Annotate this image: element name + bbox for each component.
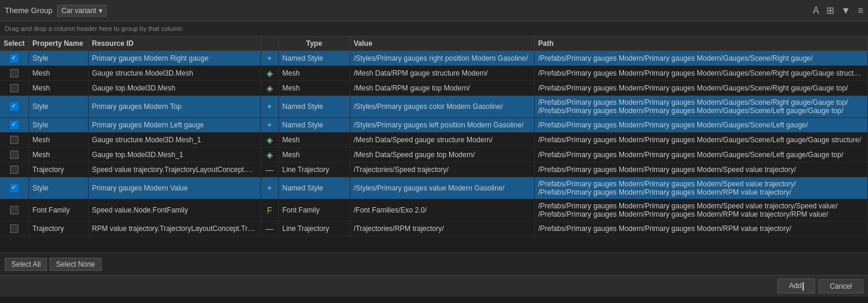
row-checkbox[interactable] — [0, 66, 29, 81]
style-icon: ✦ — [266, 183, 273, 193]
table-row[interactable]: Style Primary gauges Modern Top ✦ Named … — [0, 96, 868, 118]
path-cell: /Prefabs/Primary gauges Modern/Primary g… — [534, 221, 868, 236]
row-checkbox[interactable] — [0, 148, 29, 163]
table-row[interactable]: Style Primary gauges Modern Right gauge … — [0, 51, 868, 66]
col-header-path: Path — [534, 36, 868, 51]
select-all-button[interactable]: Select All — [5, 258, 47, 271]
checkbox-0[interactable] — [10, 54, 18, 63]
type-icon-cell: ✦ — [261, 177, 278, 199]
filter-icon[interactable]: ▼ — [841, 5, 851, 16]
checkbox-5[interactable] — [10, 136, 18, 144]
prop-name-cell: Font Family — [29, 199, 88, 221]
cancel-button[interactable]: Cancel — [819, 279, 863, 293]
resource-id-cell: RPM value trajectory.TrajectoryLayoutCon… — [88, 221, 261, 236]
col-header-typeicon — [261, 36, 278, 51]
path-cell: /Prefabs/Primary gauges Modern/Primary g… — [534, 133, 868, 148]
mesh-icon: ◈ — [267, 135, 273, 145]
row-checkbox[interactable] — [0, 199, 29, 221]
style-icon: ✦ — [266, 54, 273, 63]
type-cell: Named Style — [278, 118, 350, 133]
checkbox-9[interactable] — [10, 206, 18, 214]
table-row[interactable]: Trajectory RPM value trajectory.Trajecto… — [0, 221, 868, 236]
prop-name-cell: Style — [29, 177, 88, 199]
type-cell: Line Trajectory — [278, 163, 350, 177]
path-cell: /Prefabs/Primary gauges Modern/Primary g… — [534, 148, 868, 163]
resource-id-cell: Gauge top.Model3D.Mesh_1 — [88, 148, 261, 163]
traj-icon: — — [265, 165, 274, 174]
value-cell: /Trajectories/RPM trajectory/ — [350, 221, 534, 236]
row-checkbox[interactable] — [0, 96, 29, 118]
type-icon-cell: ◈ — [261, 133, 278, 148]
col-header-value: Value — [350, 36, 534, 51]
text-style-icon[interactable]: A — [813, 5, 819, 16]
table-row[interactable]: Style Primary gauges Modern Left gauge ✦… — [0, 118, 868, 133]
checkbox-1[interactable] — [10, 69, 18, 77]
row-checkbox[interactable] — [0, 163, 29, 177]
value-cell: /Trajectories/Speed trajectory/ — [350, 163, 534, 177]
type-cell: Line Trajectory — [278, 221, 350, 236]
prop-name-cell: Trajectory — [29, 221, 88, 236]
path-cell: /Prefabs/Primary gauges Modern/Primary g… — [534, 118, 868, 133]
table-row[interactable]: Style Primary gauges Modern Value ✦ Name… — [0, 177, 868, 199]
resource-id-cell: Primary gauges Modern Value — [88, 177, 261, 199]
path-cell: /Prefabs/Primary gauges Modern/Primary g… — [534, 81, 868, 96]
checkbox-8[interactable] — [10, 184, 18, 192]
row-checkbox[interactable] — [0, 221, 29, 236]
table-row[interactable]: Mesh Gauge top.Model3D.Mesh ◈ Mesh /Mesh… — [0, 81, 868, 96]
col-header-propname: Property Name — [29, 36, 88, 51]
checkbox-10[interactable] — [10, 224, 18, 233]
style-icon: ✦ — [266, 120, 273, 130]
type-icon-cell: — — [261, 163, 278, 177]
mesh-icon: ◈ — [267, 68, 273, 78]
top-bar: Theme Group Car variant ▾ A ⊞ ▼ ≡ — [0, 0, 868, 21]
checkbox-6[interactable] — [10, 151, 18, 159]
resource-id-cell: Primary gauges Modern Left gauge — [88, 118, 261, 133]
resource-id-cell: Speed value trajectory.TrajectoryLayoutC… — [88, 163, 261, 177]
bottom-bar: Select All Select None — [0, 252, 868, 275]
row-checkbox[interactable] — [0, 51, 29, 66]
row-checkbox[interactable] — [0, 81, 29, 96]
checkbox-3[interactable] — [10, 102, 18, 111]
theme-group-value: Car variant — [61, 7, 96, 15]
path-cell: /Prefabs/Primary gauges Modern/Primary g… — [534, 199, 868, 221]
add-button[interactable]: Add — [778, 279, 814, 293]
prop-name-cell: Style — [29, 96, 88, 118]
table-row[interactable]: Trajectory Speed value trajectory.Trajec… — [0, 163, 868, 177]
resource-id-cell: Gauge structure.Model3D.Mesh — [88, 66, 261, 81]
resource-id-cell: Gauge structure.Model3D.Mesh_1 — [88, 133, 261, 148]
table-row[interactable]: Font Family Speed value.Node.FontFamily … — [0, 199, 868, 221]
row-checkbox[interactable] — [0, 177, 29, 199]
resource-id-cell: Gauge top.Model3D.Mesh — [88, 81, 261, 96]
value-cell: /Mesh Data/RPM gauge top Modern/ — [350, 81, 534, 96]
main-table: Select Property Name Resource ID Type Va… — [0, 36, 868, 236]
value-cell: /Mesh Data/Speed gauge top Modern/ — [350, 148, 534, 163]
style-icon: ✦ — [266, 102, 273, 111]
type-cell: Named Style — [278, 51, 350, 66]
dropdown-arrow-icon: ▾ — [99, 7, 102, 15]
grid-icon[interactable]: ⊞ — [826, 5, 834, 16]
cursor-indicator — [803, 282, 804, 290]
checkbox-2[interactable] — [10, 84, 18, 92]
table-row[interactable]: Mesh Gauge structure.Model3D.Mesh ◈ Mesh… — [0, 66, 868, 81]
row-checkbox[interactable] — [0, 133, 29, 148]
checkbox-4[interactable] — [10, 121, 18, 129]
table-container: Select Property Name Resource ID Type Va… — [0, 36, 868, 252]
type-cell: Named Style — [278, 96, 350, 118]
value-cell: /Styles/Primary gauges color Modern Gaso… — [350, 96, 534, 118]
drag-hint: Drag and drop a column header here to gr… — [0, 21, 868, 36]
prop-name-cell: Mesh — [29, 133, 88, 148]
prop-name-cell: Trajectory — [29, 163, 88, 177]
type-cell: Named Style — [278, 177, 350, 199]
type-icon-cell: ✦ — [261, 96, 278, 118]
type-icon-cell: F — [261, 199, 278, 221]
table-row[interactable]: Mesh Gauge top.Model3D.Mesh_1 ◈ Mesh /Me… — [0, 148, 868, 163]
select-none-button[interactable]: Select None — [49, 258, 101, 271]
table-row[interactable]: Mesh Gauge structure.Model3D.Mesh_1 ◈ Me… — [0, 133, 868, 148]
theme-group-select[interactable]: Car variant ▾ — [57, 5, 106, 17]
checkbox-7[interactable] — [10, 165, 18, 174]
type-icon-cell: ✦ — [261, 118, 278, 133]
menu-icon[interactable]: ≡ — [858, 5, 863, 16]
path-cell: /Prefabs/Primary gauges Modern/Primary g… — [534, 177, 868, 199]
row-checkbox[interactable] — [0, 118, 29, 133]
value-cell: /Styles/Primary gauges value Modern Gaso… — [350, 177, 534, 199]
